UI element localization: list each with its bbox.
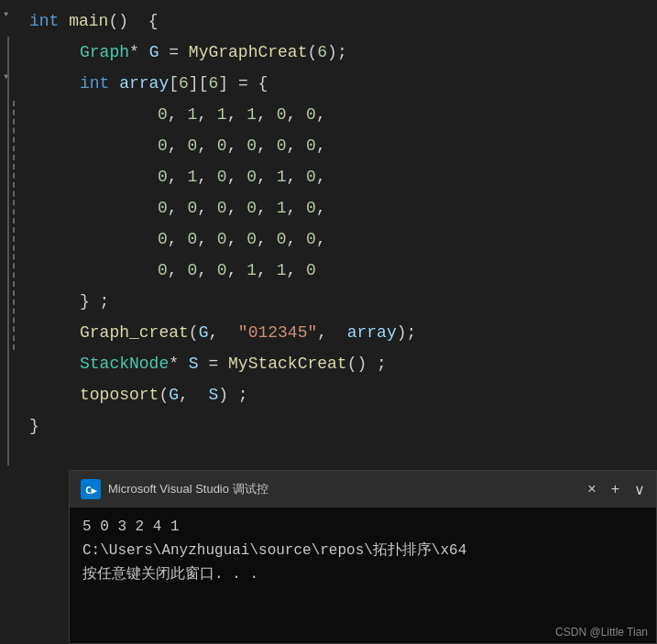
code-line-11: Graph_creat ( G , "012345" , array ); xyxy=(29,317,657,348)
punct-open-paren: ( xyxy=(189,317,199,348)
code-line-1: int main () { xyxy=(29,5,657,37)
fn-main: main xyxy=(69,5,108,37)
terminal-output-line2: C:\Users\Anyzhuguai\source\repos\拓扑排序\x6… xyxy=(82,539,643,562)
var-s-2: S xyxy=(208,379,218,410)
fn-toposort: toposort xyxy=(80,379,159,410)
var-s: S xyxy=(189,348,199,379)
fn-mystackcreat: MyStackCreat xyxy=(228,348,347,379)
punct-semi1: ); xyxy=(327,37,347,68)
type-graph: Graph xyxy=(80,37,129,68)
code-line-8: 0, 0, 0, 0, 0, 0, xyxy=(29,224,657,255)
var-array: array xyxy=(119,68,169,99)
var-array-2: array xyxy=(347,317,397,348)
keyword-int-2: int xyxy=(80,68,109,99)
code-line-7: 0, 0, 0, 0, 1, 0, xyxy=(29,192,657,224)
terminal-body: 5 0 3 2 4 1 C:\Users\Anyzhuguai\source\r… xyxy=(70,508,656,594)
terminal-close-btn[interactable]: × xyxy=(587,481,596,497)
code-line-9: 0, 0, 0, 1, 1, 0 xyxy=(29,255,657,286)
num-6-2: 6 xyxy=(208,68,218,99)
space-1 xyxy=(59,5,69,37)
fn-mygraphcreat: MyGraphCreat xyxy=(189,37,308,68)
terminal-chevron-btn[interactable]: ∨ xyxy=(634,481,645,498)
code-line-13: toposort ( G , S ) ; xyxy=(29,379,657,410)
vs-logo-icon: C▶ xyxy=(82,481,99,497)
code-line-5: 0, 0, 0, 0, 0, 0, xyxy=(29,130,657,161)
num-6-1: 6 xyxy=(179,68,189,99)
equals-1: = xyxy=(159,37,188,68)
punct-paren1: ( xyxy=(307,37,317,68)
type-stacknode: StackNode xyxy=(80,348,169,379)
punct-assign: ] = { xyxy=(218,68,268,99)
terminal-output-line1: 5 0 3 2 4 1 xyxy=(82,515,643,539)
punct-star: * xyxy=(129,37,149,68)
punct-1: () { xyxy=(108,5,158,37)
code-line-6: 0, 1, 0, 0, 1, 0, xyxy=(29,161,657,192)
fold-arrow-main[interactable]: ▾ xyxy=(3,7,9,21)
punct-bracket1: [ xyxy=(169,68,179,99)
main-fold-line xyxy=(7,37,9,465)
vs-icon: C▶ xyxy=(81,479,101,499)
num-6: 6 xyxy=(317,37,327,68)
var-g-3: G xyxy=(169,379,179,410)
keyword-int-1: int xyxy=(29,5,59,37)
terminal-window: C▶ Microsoft Visual Studio 调试控 × + ∨ 5 0… xyxy=(69,470,657,644)
terminal-output-line3: 按任意键关闭此窗口. . . xyxy=(82,562,643,586)
code-line-10: } ; xyxy=(29,286,657,317)
code-lines: int main () { Graph * G = MyGraphCreat (… xyxy=(20,0,657,442)
terminal-title: Microsoft Visual Studio 调试控 xyxy=(108,481,580,497)
array-fold-line xyxy=(13,101,15,350)
var-g-2: G xyxy=(199,317,209,348)
code-editor: ▾ ▾ int main () { Graph * G = MyGraphCre… xyxy=(0,0,657,467)
code-line-4: 0, 1, 1, 1, 0, 0, xyxy=(29,99,657,130)
code-line-14: } xyxy=(29,410,657,442)
code-line-2: Graph * G = MyGraphCreat ( 6 ); xyxy=(29,37,657,68)
fn-graph-creat: Graph_creat xyxy=(80,317,189,348)
svg-text:C▶: C▶ xyxy=(85,485,98,497)
punct-close-main: } xyxy=(29,410,39,442)
code-line-12: StackNode * S = MyStackCreat () ; xyxy=(29,348,657,379)
space-2 xyxy=(109,68,119,99)
terminal-add-btn[interactable]: + xyxy=(611,481,619,497)
terminal-controls[interactable]: × + ∨ xyxy=(587,481,645,498)
code-line-3: int array [ 6 ][ 6 ] = { xyxy=(29,68,657,99)
terminal-titlebar: C▶ Microsoft Visual Studio 调试控 × + ∨ xyxy=(70,471,656,508)
str-012345: "012345" xyxy=(238,317,317,348)
watermark: CSDN @Little Tian xyxy=(555,626,648,639)
punct-close-brace: } ; xyxy=(80,286,109,317)
punct-bracket2: ][ xyxy=(189,68,209,99)
var-g: G xyxy=(149,37,159,68)
